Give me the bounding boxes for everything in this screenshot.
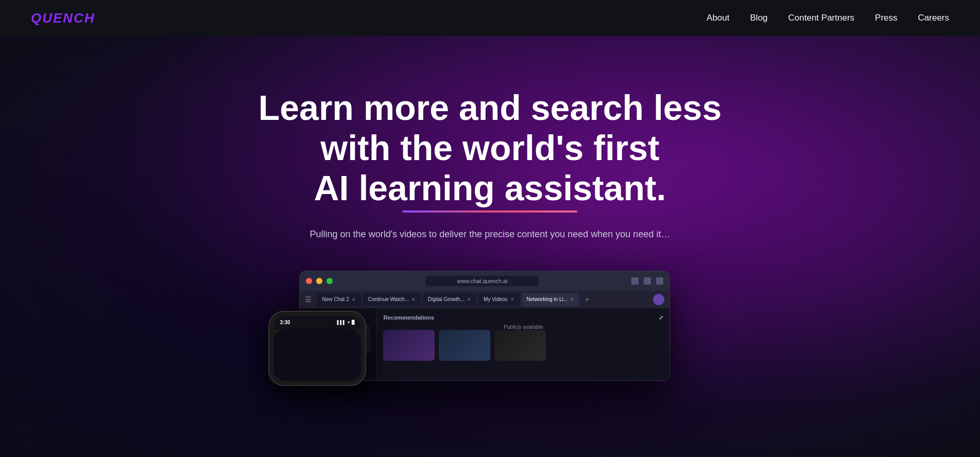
nav-item-content-partners[interactable]: Content Partners (788, 13, 855, 23)
tab-close-2[interactable]: ✕ (467, 297, 471, 302)
browser-dot-red[interactable] (306, 278, 312, 284)
tab-close-4[interactable]: ✕ (570, 297, 574, 302)
video-grid (383, 330, 663, 361)
browser-ctrl-share[interactable] (631, 277, 639, 285)
phone-mockup: 3:30 ▌▌▌ ▾ ▉ (268, 311, 366, 386)
logo[interactable]: QUENCH (31, 10, 95, 26)
browser-title-spacer: www.chat.quench.ai (337, 276, 627, 286)
browser-mockup: 3:30 ▌▌▌ ▾ ▉ www.chat.quench.ai (299, 271, 680, 381)
browser-ctrl-close[interactable] (656, 277, 663, 285)
browser-tab-2[interactable]: Digital Growth... ✕ (423, 293, 476, 306)
hero-title: Learn more and search less with the worl… (259, 87, 722, 208)
publicly-available-label: Publicly available (383, 324, 663, 330)
nav-link-careers[interactable]: Careers (918, 13, 949, 23)
nav-item-careers[interactable]: Careers (918, 13, 949, 23)
battery-icon: ▉ (352, 320, 355, 325)
hero-content: Learn more and search less with the worl… (259, 87, 722, 381)
expand-icon[interactable]: ⤢ (659, 314, 663, 321)
video-thumbnail-2[interactable] (439, 330, 490, 361)
nav-link-blog[interactable]: Blog (750, 13, 768, 23)
signal-icon: ▌▌▌ (337, 320, 346, 325)
tab-close-1[interactable]: ✕ (411, 297, 416, 302)
user-avatar[interactable] (653, 294, 664, 305)
hero-subtitle: Pulling on the world's videos to deliver… (259, 229, 722, 240)
recommendations-header: Recommendations ⤢ (383, 314, 663, 321)
phone-status-bar: 3:30 ▌▌▌ ▾ ▉ (273, 316, 361, 329)
tab-close-3[interactable]: ✕ (510, 297, 514, 302)
wifi-icon: ▾ (348, 320, 350, 325)
browser-tab-1[interactable]: Continue Watch... ✕ (363, 293, 421, 306)
nav-item-blog[interactable]: Blog (750, 13, 768, 23)
phone-icons: ▌▌▌ ▾ ▉ (337, 320, 355, 325)
tab-menu-icon[interactable]: ☰ (305, 295, 312, 304)
browser-controls (631, 277, 663, 285)
nav-item-press[interactable]: Press (875, 13, 897, 23)
browser-tabs: ☰ New Chat 2 ✕ Continue Watch... ✕ Digit… (300, 291, 669, 308)
video-thumbnail-3[interactable] (494, 330, 546, 361)
hero-title-line3: AI learning assistant. (314, 168, 666, 208)
browser-url-bar[interactable]: www.chat.quench.ai (425, 276, 539, 286)
tab-add-button[interactable]: ＋ (583, 295, 591, 304)
browser-dot-yellow[interactable] (316, 278, 322, 284)
nav-link-press[interactable]: Press (875, 13, 897, 23)
hero-section: Learn more and search less with the worl… (0, 36, 980, 457)
video-thumbnail-1[interactable] (383, 330, 435, 361)
browser-tab-4[interactable]: Networking in Li... ✕ (522, 293, 579, 306)
nav-link-content-partners[interactable]: Content Partners (788, 13, 855, 23)
browser-ctrl-new-tab[interactable] (644, 277, 651, 285)
nav-link-about[interactable]: About (707, 13, 729, 23)
hero-title-line2: with the world's first (320, 128, 659, 167)
browser-titlebar: www.chat.quench.ai (300, 271, 669, 291)
nav-links: About Blog Content Partners Press Career… (707, 13, 949, 23)
browser-tab-3[interactable]: My Videos ✕ (478, 293, 520, 306)
hero-title-line1: Learn more and search less (259, 88, 722, 127)
navbar: QUENCH About Blog Content Partners Press… (0, 0, 980, 36)
browser-tab-0[interactable]: New Chat 2 ✕ (317, 293, 360, 306)
phone-time: 3:30 (280, 320, 290, 325)
browser-main-content: Recommendations ⤢ Publicly available (377, 308, 669, 380)
browser-dot-green[interactable] (326, 278, 333, 284)
phone-screen (273, 329, 361, 381)
tab-close-0[interactable]: ✕ (352, 297, 356, 302)
nav-item-about[interactable]: About (707, 13, 729, 23)
